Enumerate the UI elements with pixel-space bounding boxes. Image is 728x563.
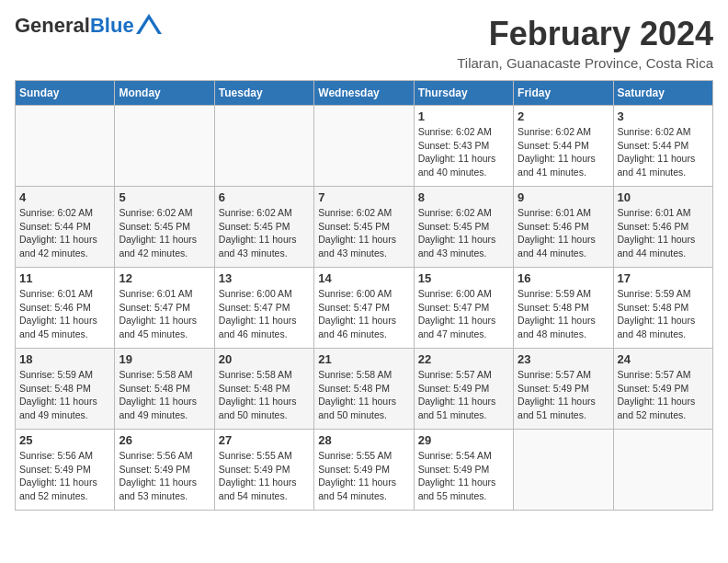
- day-number: 3: [618, 109, 709, 123]
- calendar-cell: 29Sunrise: 5:54 AM Sunset: 5:49 PM Dayli…: [414, 430, 513, 511]
- day-number: 8: [418, 190, 509, 204]
- day-info: Sunrise: 5:55 AM Sunset: 5:49 PM Dayligh…: [219, 449, 310, 503]
- day-info: Sunrise: 6:01 AM Sunset: 5:46 PM Dayligh…: [518, 206, 609, 260]
- day-number: 27: [219, 433, 310, 447]
- calendar-cell: 18Sunrise: 5:59 AM Sunset: 5:48 PM Dayli…: [16, 349, 115, 430]
- calendar-subtitle: Tilaran, Guanacaste Province, Costa Rica: [457, 55, 713, 71]
- weekday-header-thursday: Thursday: [414, 81, 513, 106]
- calendar-cell: 27Sunrise: 5:55 AM Sunset: 5:49 PM Dayli…: [214, 430, 313, 511]
- logo: GeneralBlue: [15, 15, 162, 37]
- day-number: 17: [618, 271, 709, 285]
- day-info: Sunrise: 5:58 AM Sunset: 5:48 PM Dayligh…: [119, 368, 210, 422]
- calendar-table: SundayMondayTuesdayWednesdayThursdayFrid…: [15, 80, 713, 511]
- day-number: 25: [19, 433, 110, 447]
- day-info: Sunrise: 6:01 AM Sunset: 5:47 PM Dayligh…: [119, 287, 210, 341]
- day-info: Sunrise: 6:02 AM Sunset: 5:43 PM Dayligh…: [418, 125, 509, 179]
- weekday-header-friday: Friday: [514, 81, 613, 106]
- day-info: Sunrise: 5:57 AM Sunset: 5:49 PM Dayligh…: [618, 368, 709, 422]
- page-header: GeneralBlue February 2024 Tilaran, Guana…: [15, 15, 713, 71]
- day-info: Sunrise: 5:59 AM Sunset: 5:48 PM Dayligh…: [518, 287, 609, 341]
- calendar-cell: 25Sunrise: 5:56 AM Sunset: 5:49 PM Dayli…: [16, 430, 115, 511]
- day-info: Sunrise: 6:00 AM Sunset: 5:47 PM Dayligh…: [318, 287, 409, 341]
- day-number: 5: [119, 190, 210, 204]
- calendar-cell: 22Sunrise: 5:57 AM Sunset: 5:49 PM Dayli…: [414, 349, 513, 430]
- calendar-cell: 11Sunrise: 6:01 AM Sunset: 5:46 PM Dayli…: [16, 268, 115, 349]
- calendar-week-row: 25Sunrise: 5:56 AM Sunset: 5:49 PM Dayli…: [16, 430, 713, 511]
- calendar-cell: 5Sunrise: 6:02 AM Sunset: 5:45 PM Daylig…: [115, 187, 214, 268]
- day-number: 19: [119, 352, 210, 366]
- day-info: Sunrise: 6:02 AM Sunset: 5:45 PM Dayligh…: [219, 206, 310, 260]
- weekday-header-tuesday: Tuesday: [214, 81, 313, 106]
- day-info: Sunrise: 6:02 AM Sunset: 5:44 PM Dayligh…: [518, 125, 609, 179]
- day-info: Sunrise: 5:59 AM Sunset: 5:48 PM Dayligh…: [19, 368, 110, 422]
- weekday-header-wednesday: Wednesday: [314, 81, 414, 106]
- calendar-week-row: 1Sunrise: 6:02 AM Sunset: 5:43 PM Daylig…: [16, 106, 713, 187]
- day-info: Sunrise: 5:56 AM Sunset: 5:49 PM Dayligh…: [19, 449, 110, 503]
- day-number: 16: [518, 271, 609, 285]
- day-number: 15: [418, 271, 509, 285]
- calendar-cell: 6Sunrise: 6:02 AM Sunset: 5:45 PM Daylig…: [214, 187, 313, 268]
- day-number: 26: [119, 433, 210, 447]
- day-number: 18: [19, 352, 110, 366]
- calendar-cell: 14Sunrise: 6:00 AM Sunset: 5:47 PM Dayli…: [314, 268, 414, 349]
- title-area: February 2024 Tilaran, Guanacaste Provin…: [457, 15, 713, 71]
- day-number: 21: [318, 352, 409, 366]
- day-info: Sunrise: 6:00 AM Sunset: 5:47 PM Dayligh…: [219, 287, 310, 341]
- calendar-cell: 12Sunrise: 6:01 AM Sunset: 5:47 PM Dayli…: [115, 268, 214, 349]
- day-info: Sunrise: 5:54 AM Sunset: 5:49 PM Dayligh…: [418, 449, 509, 503]
- day-info: Sunrise: 5:57 AM Sunset: 5:49 PM Dayligh…: [418, 368, 509, 422]
- calendar-week-row: 18Sunrise: 5:59 AM Sunset: 5:48 PM Dayli…: [16, 349, 713, 430]
- calendar-cell: 3Sunrise: 6:02 AM Sunset: 5:44 PM Daylig…: [613, 106, 712, 187]
- day-number: 2: [518, 109, 609, 123]
- day-number: 6: [219, 190, 310, 204]
- day-number: 20: [219, 352, 310, 366]
- calendar-cell: 16Sunrise: 5:59 AM Sunset: 5:48 PM Dayli…: [514, 268, 613, 349]
- calendar-cell: 2Sunrise: 6:02 AM Sunset: 5:44 PM Daylig…: [514, 106, 613, 187]
- day-number: 14: [318, 271, 409, 285]
- weekday-header-saturday: Saturday: [613, 81, 712, 106]
- day-number: 13: [219, 271, 310, 285]
- calendar-cell: 1Sunrise: 6:02 AM Sunset: 5:43 PM Daylig…: [414, 106, 513, 187]
- calendar-cell: 9Sunrise: 6:01 AM Sunset: 5:46 PM Daylig…: [514, 187, 613, 268]
- calendar-cell: [613, 430, 712, 511]
- day-number: 11: [19, 271, 110, 285]
- day-info: Sunrise: 6:01 AM Sunset: 5:46 PM Dayligh…: [618, 206, 709, 260]
- day-info: Sunrise: 6:02 AM Sunset: 5:44 PM Dayligh…: [19, 206, 110, 260]
- calendar-cell: [214, 106, 313, 187]
- day-number: 24: [618, 352, 709, 366]
- calendar-cell: 15Sunrise: 6:00 AM Sunset: 5:47 PM Dayli…: [414, 268, 513, 349]
- calendar-week-row: 11Sunrise: 6:01 AM Sunset: 5:46 PM Dayli…: [16, 268, 713, 349]
- day-info: Sunrise: 6:01 AM Sunset: 5:46 PM Dayligh…: [19, 287, 110, 341]
- day-info: Sunrise: 6:02 AM Sunset: 5:45 PM Dayligh…: [418, 206, 509, 260]
- calendar-cell: 17Sunrise: 5:59 AM Sunset: 5:48 PM Dayli…: [613, 268, 712, 349]
- day-info: Sunrise: 6:02 AM Sunset: 5:45 PM Dayligh…: [119, 206, 210, 260]
- day-info: Sunrise: 6:02 AM Sunset: 5:45 PM Dayligh…: [318, 206, 409, 260]
- day-info: Sunrise: 5:57 AM Sunset: 5:49 PM Dayligh…: [518, 368, 609, 422]
- day-number: 23: [518, 352, 609, 366]
- logo-icon: [136, 14, 162, 34]
- day-info: Sunrise: 5:58 AM Sunset: 5:48 PM Dayligh…: [219, 368, 310, 422]
- day-info: Sunrise: 5:55 AM Sunset: 5:49 PM Dayligh…: [318, 449, 409, 503]
- calendar-cell: 13Sunrise: 6:00 AM Sunset: 5:47 PM Dayli…: [214, 268, 313, 349]
- calendar-cell: 19Sunrise: 5:58 AM Sunset: 5:48 PM Dayli…: [115, 349, 214, 430]
- calendar-cell: 23Sunrise: 5:57 AM Sunset: 5:49 PM Dayli…: [514, 349, 613, 430]
- weekday-header-monday: Monday: [115, 81, 214, 106]
- calendar-cell: [514, 430, 613, 511]
- calendar-cell: [314, 106, 414, 187]
- calendar-week-row: 4Sunrise: 6:02 AM Sunset: 5:44 PM Daylig…: [16, 187, 713, 268]
- day-number: 10: [618, 190, 709, 204]
- day-info: Sunrise: 5:58 AM Sunset: 5:48 PM Dayligh…: [318, 368, 409, 422]
- day-number: 28: [318, 433, 409, 447]
- day-info: Sunrise: 6:02 AM Sunset: 5:44 PM Dayligh…: [618, 125, 709, 179]
- calendar-cell: 10Sunrise: 6:01 AM Sunset: 5:46 PM Dayli…: [613, 187, 712, 268]
- calendar-cell: 8Sunrise: 6:02 AM Sunset: 5:45 PM Daylig…: [414, 187, 513, 268]
- logo-text: GeneralBlue: [15, 15, 134, 37]
- calendar-cell: 4Sunrise: 6:02 AM Sunset: 5:44 PM Daylig…: [16, 187, 115, 268]
- calendar-title: February 2024: [457, 15, 713, 53]
- day-number: 29: [418, 433, 509, 447]
- calendar-cell: 21Sunrise: 5:58 AM Sunset: 5:48 PM Dayli…: [314, 349, 414, 430]
- calendar-cell: 20Sunrise: 5:58 AM Sunset: 5:48 PM Dayli…: [214, 349, 313, 430]
- calendar-cell: 28Sunrise: 5:55 AM Sunset: 5:49 PM Dayli…: [314, 430, 414, 511]
- calendar-cell: 26Sunrise: 5:56 AM Sunset: 5:49 PM Dayli…: [115, 430, 214, 511]
- logo-blue: Blue: [90, 14, 134, 37]
